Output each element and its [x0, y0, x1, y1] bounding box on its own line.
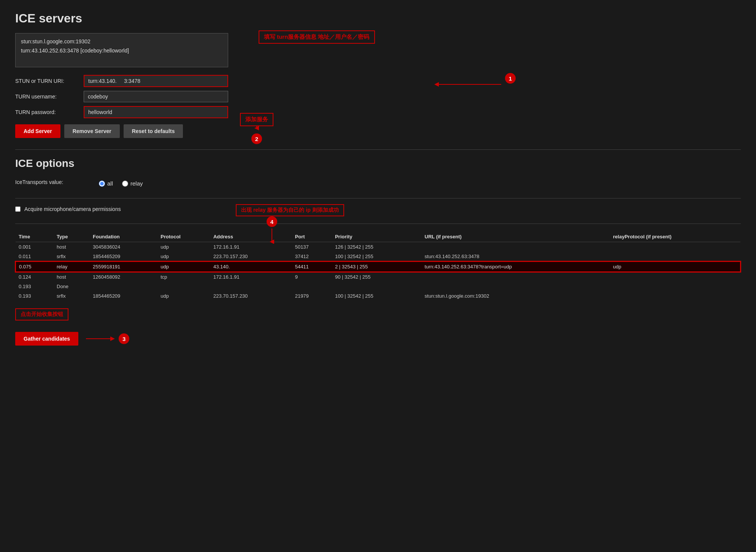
circle-4: 4	[267, 216, 277, 227]
table-cell	[610, 242, 740, 252]
table-cell: stun:stun.l.google.com:19302	[422, 291, 610, 301]
circle-2: 2	[251, 133, 262, 144]
table-cell: 90 | 32542 | 255	[332, 272, 422, 282]
ice-transports-row: IceTransports value: all relay	[15, 177, 741, 187]
table-cell	[422, 242, 610, 252]
table-row: 0.075relay2559918191udp43.140.544112 | 3…	[16, 262, 740, 272]
candidates-table: Time Type Foundation Protocol Address Po…	[15, 232, 741, 301]
table-cell: udp	[157, 291, 210, 301]
permissions-checkbox[interactable]	[15, 206, 21, 212]
col-port: Port	[292, 232, 332, 242]
arrow-1	[433, 77, 509, 92]
col-url: URL (if present)	[422, 232, 610, 242]
remove-server-button[interactable]: Remove Server	[64, 124, 120, 138]
username-input[interactable]	[84, 91, 228, 102]
table-cell	[610, 252, 740, 262]
password-label: TURN password:	[15, 109, 84, 115]
table-cell: 1854465209	[90, 252, 157, 262]
table-cell: 0.193	[16, 291, 54, 301]
table-cell: udp	[610, 262, 740, 272]
table-cell	[332, 282, 422, 291]
table-row: 0.124host1260458092tcp172.16.1.91990 | 3…	[16, 272, 740, 282]
click-gather-callout: 点击开始收集按钮	[15, 308, 68, 320]
col-foundation: Foundation	[90, 232, 157, 242]
table-cell: host	[54, 272, 90, 282]
table-cell: Done	[54, 282, 90, 291]
table-cell	[610, 291, 740, 301]
radio-relay-label: relay	[130, 180, 143, 187]
table-cell: 100 | 32542 | 255	[332, 252, 422, 262]
arrow-3	[86, 333, 116, 344]
server-list: stun:stun.l.google.com:19302 turn:43.140…	[15, 33, 228, 67]
table-cell: 9	[292, 272, 332, 282]
table-cell	[422, 272, 610, 282]
circle-3: 3	[119, 333, 129, 344]
uri-row: STUN or TURN URI:	[15, 75, 741, 87]
table-cell	[610, 272, 740, 282]
table-cell: 0.001	[16, 242, 54, 252]
bottom-bar: Gather candidates 3	[15, 332, 741, 346]
table-cell: 223.70.157.230	[210, 291, 292, 301]
radio-relay-option[interactable]: relay	[122, 180, 143, 187]
table-cell: 126 | 32542 | 255	[332, 242, 422, 252]
server-entry-1: stun:stun.l.google.com:19302	[21, 37, 222, 46]
table-cell	[210, 282, 292, 291]
table-cell: host	[54, 242, 90, 252]
password-input[interactable]	[84, 106, 228, 118]
table-cell: 0.075	[16, 262, 54, 272]
add-service-callout: 添加服务	[240, 113, 273, 126]
table-cell: 0.124	[16, 272, 54, 282]
table-row: 0.193Done	[16, 282, 740, 291]
table-cell: 0.193	[16, 282, 54, 291]
table-cell: srflx	[54, 291, 90, 301]
table-cell: 172.16.1.91	[210, 242, 292, 252]
table-cell: srflx	[54, 252, 90, 262]
table-cell: udp	[157, 252, 210, 262]
uri-label: STUN or TURN URI:	[15, 78, 84, 84]
table-cell	[292, 282, 332, 291]
table-cell: tcp	[157, 272, 210, 282]
table-cell: 43.140.	[210, 262, 292, 272]
relay-success-callout: 出现 relay 服务器为自己的 ip 则添加成功	[236, 204, 344, 216]
table-cell: 3045836024	[90, 242, 157, 252]
reset-defaults-button[interactable]: Reset to defaults	[124, 124, 183, 138]
table-cell: relay	[54, 262, 90, 272]
table-cell: udp	[157, 242, 210, 252]
table-cell: 0.011	[16, 252, 54, 262]
table-row: 0.193srflx1854465209udp223.70.157.230219…	[16, 291, 740, 301]
col-address: Address	[210, 232, 292, 242]
table-cell	[90, 282, 157, 291]
add-server-button[interactable]: Add Server	[15, 124, 60, 138]
table-cell: 1854465209	[90, 291, 157, 301]
circle-1: 1	[505, 73, 516, 84]
gather-candidates-button[interactable]: Gather candidates	[15, 332, 78, 346]
radio-relay[interactable]	[122, 181, 128, 187]
table-cell: 100 | 32542 | 255	[332, 291, 422, 301]
ice-options-title: ICE options	[15, 157, 741, 170]
table-cell: udp	[157, 262, 210, 272]
col-time: Time	[16, 232, 54, 242]
ice-transports-options: all relay	[99, 180, 143, 187]
table-cell	[157, 282, 210, 291]
col-relay-protocol: relayProtocol (if present)	[610, 232, 740, 242]
table-row: 0.001host3045836024udp172.16.1.915013712…	[16, 242, 740, 252]
username-row: TURN username:	[15, 91, 741, 102]
table-cell	[610, 282, 740, 291]
radio-all-label: all	[107, 180, 113, 187]
table-cell: 50137	[292, 242, 332, 252]
table-cell: turn:43.140.252.63:3478?transport=udp	[422, 262, 610, 272]
ice-servers-title: ICE servers	[15, 11, 741, 25]
fill-turn-callout: 填写 turn服务器信息 地址／用户名／密码	[259, 30, 375, 44]
col-priority: Priority	[332, 232, 422, 242]
table-cell: 1260458092	[90, 272, 157, 282]
col-type: Type	[54, 232, 90, 242]
table-cell: 172.16.1.91	[210, 272, 292, 282]
radio-all-option[interactable]: all	[99, 180, 113, 187]
table-cell: 2 | 32543 | 255	[332, 262, 422, 272]
col-protocol: Protocol	[157, 232, 210, 242]
radio-all[interactable]	[99, 181, 105, 187]
ice-transports-label: IceTransports value:	[15, 179, 99, 185]
uri-input[interactable]	[84, 75, 228, 87]
username-label: TURN username:	[15, 94, 84, 100]
arrow-4-down	[266, 228, 278, 244]
